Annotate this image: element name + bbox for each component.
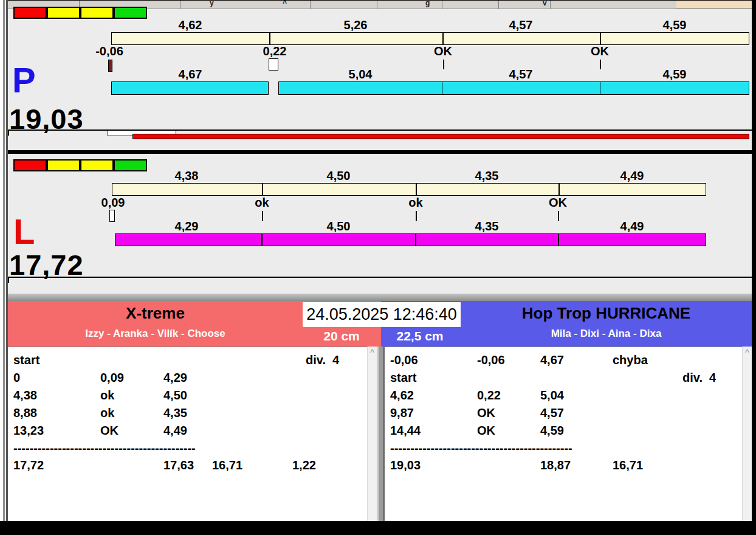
team-name-left: X-treme (8, 304, 303, 323)
cell-dog-time: 4,50 (163, 388, 187, 402)
cell-net-time: 18,87 (540, 458, 571, 472)
cell-dog-time: 4,29 (163, 371, 187, 385)
toolbar-divider (498, 1, 499, 9)
table-row: 14,44 OK 4,59 (385, 424, 742, 440)
table-row: 4,38 ok 4,50 (8, 388, 367, 404)
progress-bar-red (132, 134, 749, 139)
table-separator-row: ----------------------------------------… (8, 441, 367, 457)
cell-split: 4,62 (390, 388, 414, 402)
toolbar-text-fragment: g (425, 0, 430, 7)
results-table-right[interactable]: -0,06 -0,06 4,67 chyba start div. 4 4,62… (385, 347, 742, 521)
cell-dog-time: 4,49 (163, 424, 187, 438)
lane-total-time-p: 19,03 (9, 105, 84, 133)
cell-dog-time: 5,04 (540, 388, 564, 402)
judge-time-label: 4,49 (620, 169, 644, 183)
cell-record-time: 16,71 (613, 458, 643, 472)
change-mark-label: 0,09 (101, 196, 125, 210)
cell-split: 13,23 (13, 424, 44, 438)
scroll-up-icon[interactable]: ^ (743, 347, 752, 357)
team-name-right: Hop Trop HURRICANE (461, 304, 752, 323)
cell-dog-time: 4,59 (540, 424, 564, 438)
change-marker-box (109, 210, 115, 222)
cell-change: OK (100, 424, 119, 438)
table-row: 0 0,09 4,29 (8, 371, 367, 387)
toolbar-divider (550, 1, 551, 9)
timing-app-window: y ^ g v 4,62 5,26 4,57 4,59 -0,06 0,22 O… (0, 0, 756, 535)
results-table-left[interactable]: start div. 4 0 0,09 4,29 4,38 ok 4,50 8,… (8, 347, 367, 521)
team-time-label: 4,35 (475, 219, 499, 233)
lane-letter-l: L (13, 214, 35, 249)
scrollbar-right-table[interactable]: ^ (742, 347, 752, 521)
table-row: start div. 4 (8, 353, 367, 369)
change-mark-label: -0,06 (95, 44, 123, 58)
judge-times-bar (112, 183, 706, 196)
jump-height-right: 22,5 cm (396, 329, 443, 343)
cell-split: 4,38 (13, 388, 37, 402)
bar-segment-divider (269, 33, 270, 44)
legend-yellow-box (80, 7, 114, 19)
cell-fault-label: chyba (613, 353, 648, 367)
bar-segment-divider (558, 234, 559, 246)
team-dogs-right: Mila - Dixi - Aina - Dixa (461, 328, 752, 340)
toolbar-divider (442, 1, 442, 9)
window-right-border (752, 0, 756, 535)
team-time-label: 4,67 (179, 67, 202, 81)
separator-dashes: ----------------------------------------… (390, 441, 572, 455)
legend-green-box (114, 7, 147, 19)
team-time-label: 5,04 (349, 67, 373, 81)
team-time-bar-segment (278, 81, 442, 95)
cell-change: OK (477, 406, 495, 420)
baseline-notch (8, 131, 9, 136)
false-start-tick (108, 60, 112, 72)
bar-segment-divider (261, 234, 263, 246)
cell-dog-time: 4,35 (163, 406, 187, 420)
table-row: -0,06 -0,06 4,67 chyba (385, 353, 742, 369)
legend-yellow-box (47, 7, 80, 19)
change-mark-label: 0,22 (263, 44, 287, 58)
window-left-border (0, 0, 8, 521)
change-mark-label: ok (408, 196, 422, 210)
judge-time-label: 4,62 (179, 18, 202, 32)
division-label: div. 4 (306, 353, 339, 367)
cell-net-time: 17,63 (163, 458, 194, 472)
table-separator-row: ----------------------------------------… (385, 441, 742, 457)
toolbar-text-fragment: v (543, 0, 547, 7)
team-time-bar (115, 233, 706, 246)
lane-total-time-l: 17,72 (9, 250, 84, 279)
team-dogs-left: Izzy - Aranka - Vilík - Choose (8, 328, 303, 340)
scroll-up-icon[interactable]: ^ (368, 347, 377, 357)
separator-dashes: ----------------------------------------… (13, 441, 196, 455)
table-gap-divider (377, 347, 385, 521)
window-bottom-bar (0, 521, 756, 535)
judge-time-label: 5,26 (344, 18, 368, 32)
cell-split: 14,44 (390, 424, 421, 438)
baseline-notch (8, 278, 9, 283)
cell-change: OK (477, 424, 495, 438)
cell-split: 8,88 (13, 406, 37, 420)
judge-times-bar (111, 32, 749, 45)
section-divider-band (8, 294, 752, 301)
cell-total-time: 19,03 (390, 458, 421, 472)
legend-red-box (13, 7, 47, 19)
team-time-label: 4,59 (663, 67, 687, 81)
toolbar-text-fragment: ^ (283, 0, 287, 7)
toolbar-beige-panel (676, 1, 752, 9)
panel-divider (8, 150, 752, 154)
lane-baseline (8, 277, 752, 278)
cell-split: -0,06 (390, 353, 418, 367)
ok-tick (262, 211, 263, 221)
cell-change: -0,06 (477, 353, 505, 367)
cell-change: 0,22 (477, 388, 501, 402)
judge-time-label: 4,35 (475, 169, 499, 183)
cell-change: ok (100, 388, 114, 402)
team-time-bar-segment (600, 81, 749, 95)
scrollbar-left-table[interactable]: ^ (367, 347, 377, 521)
jump-height-left: 20 cm (323, 329, 360, 343)
toolbar-divider (310, 1, 311, 9)
toolbar-divider (377, 1, 377, 9)
cell-split: 9,87 (390, 406, 414, 420)
bar-segment-divider (600, 33, 601, 44)
table-row: start div. 4 (385, 371, 742, 387)
judge-time-label: 4,57 (509, 18, 533, 32)
cell-total-time: 17,72 (13, 458, 44, 472)
